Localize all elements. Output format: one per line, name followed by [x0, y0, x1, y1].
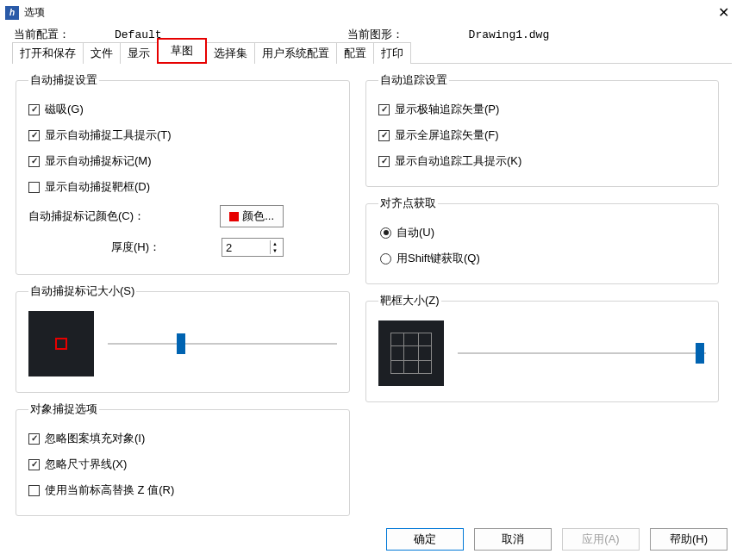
tab-select-set[interactable]: 选择集 [206, 42, 255, 64]
marker-color-label: 自动捕捉标记颜色(C)： [28, 208, 145, 224]
checkbox-label: 显示自动追踪工具提示(K) [395, 153, 521, 169]
thickness-input[interactable]: 2 ▲▼ [222, 238, 284, 257]
checkmark-icon [28, 485, 40, 496]
checkbox-use-elevation[interactable]: 使用当前标高替换 Z 值(R) [28, 477, 337, 503]
button-bar: 确定 取消 应用(A) 帮助(H) [0, 525, 743, 559]
checkbox-label: 使用当前标高替换 Z 值(R) [45, 482, 174, 498]
autotrack-legend: 自动追踪设置 [378, 72, 449, 88]
help-button[interactable]: 帮助(H) [650, 528, 727, 551]
thickness-label: 厚度(H)： [111, 240, 160, 255]
tab-print[interactable]: 打印 [373, 42, 411, 64]
color-swatch-icon [229, 212, 239, 221]
radio-label: 自动(U) [396, 225, 434, 240]
checkbox-label: 忽略图案填充对象(I) [45, 431, 145, 446]
titlebar: h 选项 ✕ [0, 0, 743, 26]
checkbox-label: 显示自动捕捉工具提示(T) [45, 128, 172, 143]
align-point-legend: 对齐点获取 [378, 196, 438, 211]
checkbox-label: 磁吸(G) [45, 102, 84, 117]
tab-config[interactable]: 配置 [336, 42, 374, 64]
radio-icon [380, 253, 391, 264]
checkmark-icon [28, 156, 40, 167]
checkbox-label: 显示极轴追踪矢量(P) [395, 102, 499, 117]
checkbox-show-aperture[interactable]: 显示自动捕捉靶框(D) [28, 174, 337, 200]
ok-button[interactable]: 确定 [386, 528, 464, 551]
aperture-size-group: 靶框大小(Z) [365, 293, 719, 402]
checkmark-icon [378, 130, 390, 141]
thickness-value: 2 [226, 241, 232, 254]
color-button[interactable]: 颜色... [220, 205, 284, 227]
checkbox-magnetic[interactable]: 磁吸(G) [28, 96, 337, 122]
checkbox-label: 显示全屏追踪矢量(F) [395, 128, 499, 143]
checkmark-icon [28, 130, 40, 141]
tab-file[interactable]: 文件 [83, 42, 121, 64]
checkmark-icon [28, 104, 40, 115]
apply-button: 应用(A) [562, 528, 640, 551]
current-drawing-value: Drawing1.dwg [469, 28, 550, 41]
thickness-row: 厚度(H)： 2 ▲▼ [28, 233, 337, 262]
checkmark-icon [378, 104, 390, 115]
align-point-group: 对齐点获取 自动(U) 用Shift键获取(Q) [365, 196, 719, 284]
radio-icon [380, 227, 391, 239]
tab-spacer [410, 63, 732, 64]
object-snap-legend: 对象捕捉选项 [28, 401, 99, 417]
checkmark-icon [28, 182, 40, 193]
spinner-icon[interactable]: ▲▼ [270, 240, 279, 254]
checkmark-icon [28, 433, 40, 445]
autosnap-legend: 自动捕捉设置 [28, 72, 99, 88]
color-button-label: 颜色... [242, 208, 274, 224]
radio-shift[interactable]: 用Shift键获取(Q) [378, 246, 706, 271]
marker-size-slider[interactable] [108, 335, 337, 352]
checkbox-label: 显示自动捕捉标记(M) [45, 153, 152, 169]
marker-size-group: 自动捕捉标记大小(S) [16, 283, 350, 393]
checkbox-label: 显示自动捕捉靶框(D) [45, 179, 150, 195]
checkbox-track-tooltip[interactable]: 显示自动追踪工具提示(K) [378, 148, 706, 174]
checkbox-polar-vector[interactable]: 显示极轴追踪矢量(P) [378, 96, 706, 122]
checkmark-icon [28, 459, 40, 470]
object-snap-group: 对象捕捉选项 忽略图案填充对象(I) 忽略尺寸界线(X) 使用当前标高替换 Z … [16, 401, 350, 516]
aperture-preview [378, 320, 444, 386]
marker-color-row: 自动捕捉标记颜色(C)： 颜色... [28, 200, 337, 233]
checkbox-ignore-hatch[interactable]: 忽略图案填充对象(I) [28, 426, 337, 451]
marker-size-legend: 自动捕捉标记大小(S) [28, 283, 136, 299]
tab-strip: 打开和保存 文件 显示 草图 选择集 用户系统配置 配置 打印 [0, 43, 743, 64]
aperture-size-slider[interactable] [458, 345, 706, 362]
radio-auto[interactable]: 自动(U) [378, 220, 706, 246]
tab-open-save[interactable]: 打开和保存 [12, 42, 84, 64]
tab-user-sys[interactable]: 用户系统配置 [254, 42, 337, 64]
aperture-grid-icon [390, 333, 432, 374]
current-config-value: Default [115, 28, 162, 41]
tab-draft[interactable]: 草图 [157, 38, 207, 64]
marker-square-icon [55, 338, 67, 350]
current-drawing-label: 当前图形： [347, 27, 403, 42]
slider-thumb-icon[interactable] [177, 333, 185, 354]
autotrack-group: 自动追踪设置 显示极轴追踪矢量(P) 显示全屏追踪矢量(F) 显示自动追踪工具提… [365, 72, 719, 187]
aperture-size-legend: 靶框大小(Z) [378, 293, 441, 308]
app-icon: h [5, 6, 19, 20]
window-title: 选项 [24, 5, 45, 20]
marker-preview [28, 311, 94, 376]
checkmark-icon [378, 156, 390, 167]
checkbox-label: 忽略尺寸界线(X) [45, 457, 127, 472]
cancel-button[interactable]: 取消 [474, 528, 552, 551]
current-config-label: 当前配置： [14, 27, 70, 42]
autosnap-group: 自动捕捉设置 磁吸(G) 显示自动捕捉工具提示(T) 显示自动捕捉标记(M) 显… [16, 72, 350, 275]
tab-display[interactable]: 显示 [120, 42, 158, 64]
checkbox-show-marker[interactable]: 显示自动捕捉标记(M) [28, 148, 337, 174]
close-button[interactable]: ✕ [704, 0, 743, 26]
slider-thumb-icon[interactable] [696, 343, 704, 364]
radio-label: 用Shift键获取(Q) [396, 251, 480, 266]
checkbox-show-tooltip[interactable]: 显示自动捕捉工具提示(T) [28, 122, 337, 148]
checkbox-fullscreen-vector[interactable]: 显示全屏追踪矢量(F) [378, 122, 706, 148]
header-row: 当前配置： Default 当前图形： Drawing1.dwg [0, 26, 743, 43]
checkbox-ignore-dim[interactable]: 忽略尺寸界线(X) [28, 451, 337, 477]
